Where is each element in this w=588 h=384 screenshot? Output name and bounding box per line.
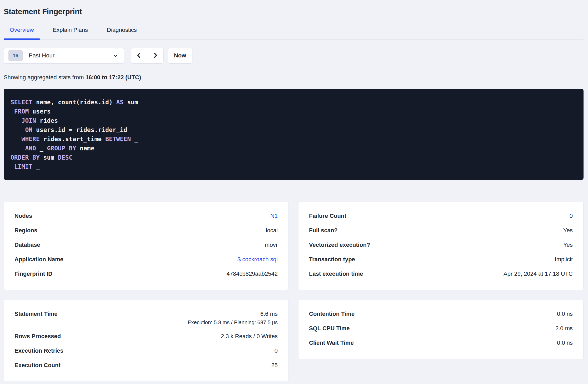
card-execution-info: Failure Count0Full scan?YesVectorized ex… xyxy=(298,202,584,290)
next-time-button[interactable] xyxy=(147,48,163,63)
row-value: 4784cb829aab2542 xyxy=(226,270,278,277)
row-value: 2.3 k Reads / 0 Writes xyxy=(221,333,278,339)
aggregated-stats-line: Showing aggregated stats from 16:00 to 1… xyxy=(4,74,584,81)
sql-line: FROM users xyxy=(11,107,576,116)
sql-text xyxy=(11,136,22,142)
summary-row-contention-time: Contention Time0.0 ns xyxy=(309,307,573,321)
row-value-group: 2.0 ms xyxy=(555,324,573,333)
sql-line: ON users.id = rides.rider_id xyxy=(11,125,576,135)
sql-text: name xyxy=(76,145,94,152)
sql-text xyxy=(11,108,14,115)
row-label: Rows Processed xyxy=(14,332,61,341)
sql-keyword: BETWEEN xyxy=(105,136,131,142)
summary-row-rows-processed: Rows Processed2.3 k Reads / 0 Writes xyxy=(14,329,278,344)
summary-row-regions: Regionslocal xyxy=(14,223,278,238)
sql-line: LIMIT _ xyxy=(11,162,576,171)
row-label: Application Name xyxy=(14,255,63,264)
row-value-group: $ cockroach sql xyxy=(237,255,278,264)
summary-row-database: Databasemovr xyxy=(14,238,278,252)
sql-text: name, count(rides.id) xyxy=(32,99,116,106)
time-range-dropdown[interactable]: 1h Past Hour xyxy=(4,48,124,63)
row-value: 0.0 ns xyxy=(557,311,573,317)
row-value-group: local xyxy=(266,226,278,235)
time-range-label: Past Hour xyxy=(29,52,54,59)
card-wait-times: Contention Time0.0 nsSQL CPU Time2.0 msC… xyxy=(298,300,584,359)
row-label: Failure Count xyxy=(309,212,346,220)
row-label: SQL CPU Time xyxy=(309,324,350,333)
sql-text: sum xyxy=(40,154,58,161)
tab-diagnostics[interactable]: Diagnostics xyxy=(101,27,143,39)
sql-text: rides.start_time xyxy=(40,136,105,142)
row-label: Regions xyxy=(14,226,37,235)
row-value: movr xyxy=(265,242,278,248)
sql-keyword: AND xyxy=(25,145,36,152)
sql-keyword: ON xyxy=(25,126,32,133)
row-label: Nodes xyxy=(14,212,32,220)
sql-text: users.id = rides.rider_id xyxy=(32,126,127,133)
sql-line: AND _ GROUP BY name xyxy=(11,144,576,153)
summary-row-failure-count: Failure Count0 xyxy=(309,209,573,223)
row-value-link[interactable]: $ cockroach sql xyxy=(237,256,278,263)
row-value-group: 0.0 ns xyxy=(557,310,573,318)
row-label: Client Wait Time xyxy=(309,339,354,347)
summary-row-application-name: Application Name$ cockroach sql xyxy=(14,252,278,267)
page-title: Statement Fingerprint xyxy=(4,7,584,16)
summary-row-execution-count: Execution Count25 xyxy=(14,358,278,373)
row-value-group: 2.3 k Reads / 0 Writes xyxy=(221,332,278,341)
row-value-group: 25 xyxy=(271,361,278,370)
row-value: 0 xyxy=(570,213,573,219)
page: Statement Fingerprint OverviewExplain Pl… xyxy=(0,7,588,381)
sql-line: JOIN rides xyxy=(11,116,576,125)
stats-prefix: Showing aggregated stats from xyxy=(4,74,86,81)
sql-text: sum xyxy=(123,99,138,106)
sql-keyword: AS xyxy=(116,99,124,106)
sql-text: rides xyxy=(36,117,58,124)
summary-row-last-execution-time: Last execution timeApr 29, 2024 at 17:18… xyxy=(309,267,573,281)
summary-row-execution-retries: Execution Retries0 xyxy=(14,344,278,358)
sql-keyword: SELECT xyxy=(11,99,32,106)
row-value: Implicit xyxy=(555,256,573,263)
row-value-group: N1 xyxy=(270,212,278,220)
summary-row-client-wait-time: Client Wait Time0.0 ns xyxy=(309,336,573,350)
row-label: Vectorized execution? xyxy=(309,241,370,249)
sql-text xyxy=(11,163,14,170)
now-button[interactable]: Now xyxy=(168,48,192,63)
sql-statement: SELECT name, count(rides.id) AS sum FROM… xyxy=(4,89,584,180)
row-label: Contention Time xyxy=(309,310,355,318)
tab-overview[interactable]: Overview xyxy=(4,27,40,39)
sql-keyword: ORDER BY xyxy=(11,154,40,161)
row-value-link[interactable]: N1 xyxy=(270,213,278,219)
sql-keyword: LIMIT xyxy=(14,163,32,170)
row-value-group: Yes xyxy=(563,226,573,235)
row-label: Transaction type xyxy=(309,255,355,264)
summary-cards: NodesN1RegionslocalDatabasemovrApplicati… xyxy=(4,202,584,381)
summary-row-nodes: NodesN1 xyxy=(14,209,278,223)
prev-time-button[interactable] xyxy=(131,48,147,63)
sql-line: WHERE rides.start_time BETWEEN _ xyxy=(11,135,576,144)
sql-line: SELECT name, count(rides.id) AS sum xyxy=(11,98,576,107)
row-value: Yes xyxy=(563,227,573,234)
stats-range: 16:00 to 17:22 (UTC) xyxy=(86,74,141,81)
row-value-group: Implicit xyxy=(555,255,573,264)
time-range-badge: 1h xyxy=(8,50,23,61)
summary-row-transaction-type: Transaction typeImplicit xyxy=(309,252,573,267)
sql-keyword: GROUP BY xyxy=(47,145,76,152)
row-value-group: 0.0 ns xyxy=(557,339,573,347)
summary-row-sql-cpu-time: SQL CPU Time2.0 ms xyxy=(309,321,573,336)
row-value-group: Yes xyxy=(563,241,573,249)
summary-row-vectorized-execution: Vectorized execution?Yes xyxy=(309,238,573,252)
tab-explain-plans[interactable]: Explain Plans xyxy=(47,27,94,39)
row-subvalue: Execution: 5.8 ms / Planning: 687.5 µs xyxy=(188,319,278,326)
row-value-group: 0 xyxy=(570,212,573,220)
row-label: Database xyxy=(14,241,40,249)
chevron-down-icon xyxy=(112,52,119,59)
summary-row-full-scan: Full scan?Yes xyxy=(309,223,573,238)
row-label: Execution Count xyxy=(14,361,61,370)
row-value: 0 xyxy=(275,347,278,354)
row-value: 25 xyxy=(271,362,278,368)
sql-text xyxy=(11,126,25,133)
row-value-group: 4784cb829aab2542 xyxy=(226,270,278,278)
sql-text xyxy=(11,145,25,152)
row-value: Apr 29, 2024 at 17:18 UTC xyxy=(504,270,573,277)
chevron-left-icon xyxy=(136,52,142,60)
